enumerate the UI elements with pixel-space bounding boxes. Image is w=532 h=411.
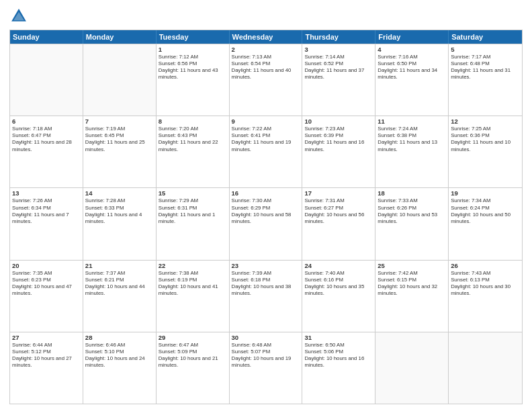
day-detail: Sunrise: 7:34 AMSunset: 6:24 PMDaylight:… — [451, 197, 520, 225]
cal-header-day: Monday — [83, 30, 157, 44]
day-detail: Sunrise: 7:26 AMSunset: 6:34 PMDaylight:… — [12, 197, 81, 225]
calendar-row: 20Sunrise: 7:35 AMSunset: 6:23 PMDayligh… — [10, 260, 522, 332]
day-number: 3 — [304, 46, 373, 53]
calendar-cell: 15Sunrise: 7:29 AMSunset: 6:31 PMDayligh… — [157, 188, 230, 259]
day-detail: Sunrise: 7:17 AMSunset: 6:48 PMDaylight:… — [451, 54, 520, 81]
calendar-cell: 9Sunrise: 7:22 AMSunset: 6:41 PMDaylight… — [230, 116, 303, 187]
logo — [9, 7, 30, 26]
day-detail: Sunrise: 7:28 AMSunset: 6:33 PMDaylight:… — [85, 197, 154, 225]
calendar-cell: 17Sunrise: 7:31 AMSunset: 6:27 PMDayligh… — [302, 188, 375, 259]
day-number: 18 — [378, 189, 446, 197]
calendar-row: 6Sunrise: 7:18 AMSunset: 6:47 PMDaylight… — [10, 116, 522, 187]
day-number: 9 — [232, 118, 300, 125]
calendar-cell: 27Sunrise: 6:44 AMSunset: 5:12 PMDayligh… — [10, 332, 83, 404]
calendar-cell: 8Sunrise: 7:20 AMSunset: 6:43 PMDaylight… — [157, 116, 230, 187]
day-number: 16 — [232, 189, 300, 197]
calendar-cell: 5Sunrise: 7:17 AMSunset: 6:48 PMDaylight… — [449, 44, 522, 116]
day-detail: Sunrise: 7:16 AMSunset: 6:50 PMDaylight:… — [378, 54, 446, 81]
calendar-cell: 14Sunrise: 7:28 AMSunset: 6:33 PMDayligh… — [83, 188, 157, 259]
day-detail: Sunrise: 7:19 AMSunset: 6:45 PMDaylight:… — [85, 126, 154, 153]
cal-header-day: Sunday — [10, 30, 83, 44]
calendar-body: 1Sunrise: 7:12 AMSunset: 6:56 PMDaylight… — [10, 44, 522, 404]
calendar-cell — [375, 332, 449, 404]
cal-header-day: Tuesday — [157, 30, 230, 44]
day-detail: Sunrise: 7:12 AMSunset: 6:56 PMDaylight:… — [159, 54, 227, 81]
day-detail: Sunrise: 6:48 AMSunset: 5:07 PMDaylight:… — [232, 342, 300, 369]
day-detail: Sunrise: 7:37 AMSunset: 6:21 PMDaylight:… — [85, 270, 154, 298]
day-number: 30 — [232, 334, 300, 341]
day-detail: Sunrise: 7:38 AMSunset: 6:19 PMDaylight:… — [159, 270, 227, 298]
calendar-cell: 23Sunrise: 7:39 AMSunset: 6:18 PMDayligh… — [230, 261, 303, 332]
day-detail: Sunrise: 7:31 AMSunset: 6:27 PMDaylight:… — [304, 197, 373, 225]
calendar-cell: 26Sunrise: 7:43 AMSunset: 6:13 PMDayligh… — [449, 261, 522, 332]
calendar-cell — [83, 44, 157, 116]
day-number: 6 — [12, 118, 81, 125]
calendar-cell: 1Sunrise: 7:12 AMSunset: 6:56 PMDaylight… — [157, 44, 230, 116]
day-number: 10 — [304, 118, 373, 125]
day-number: 23 — [232, 262, 300, 269]
day-detail: Sunrise: 7:24 AMSunset: 6:38 PMDaylight:… — [378, 126, 446, 153]
cal-header-day: Saturday — [449, 30, 522, 44]
day-detail: Sunrise: 7:14 AMSunset: 6:52 PMDaylight:… — [304, 54, 373, 81]
day-detail: Sunrise: 7:43 AMSunset: 6:13 PMDaylight:… — [451, 270, 520, 298]
calendar-cell: 30Sunrise: 6:48 AMSunset: 5:07 PMDayligh… — [230, 332, 303, 404]
calendar: SundayMondayTuesdayWednesdayThursdayFrid… — [9, 30, 523, 404]
day-number: 26 — [451, 262, 520, 269]
calendar-cell: 6Sunrise: 7:18 AMSunset: 6:47 PMDaylight… — [10, 116, 83, 187]
cal-header-day: Wednesday — [230, 30, 303, 44]
day-number: 11 — [378, 118, 446, 125]
day-detail: Sunrise: 7:30 AMSunset: 6:29 PMDaylight:… — [232, 197, 300, 225]
calendar-row: 13Sunrise: 7:26 AMSunset: 6:34 PMDayligh… — [10, 187, 522, 259]
calendar-cell: 21Sunrise: 7:37 AMSunset: 6:21 PMDayligh… — [83, 261, 157, 332]
day-number: 19 — [451, 189, 520, 197]
calendar-cell: 19Sunrise: 7:34 AMSunset: 6:24 PMDayligh… — [449, 188, 522, 259]
day-number: 12 — [451, 118, 520, 125]
day-number: 5 — [451, 46, 520, 53]
calendar-cell — [10, 44, 83, 116]
day-number: 22 — [159, 262, 227, 269]
day-number: 13 — [12, 189, 81, 197]
day-detail: Sunrise: 7:25 AMSunset: 6:36 PMDaylight:… — [451, 126, 520, 153]
day-detail: Sunrise: 7:13 AMSunset: 6:54 PMDaylight:… — [232, 54, 300, 81]
day-detail: Sunrise: 7:40 AMSunset: 6:16 PMDaylight:… — [304, 270, 373, 298]
calendar-cell: 22Sunrise: 7:38 AMSunset: 6:19 PMDayligh… — [157, 261, 230, 332]
day-detail: Sunrise: 6:47 AMSunset: 5:09 PMDaylight:… — [159, 342, 227, 369]
day-number: 7 — [85, 118, 154, 125]
day-detail: Sunrise: 6:44 AMSunset: 5:12 PMDaylight:… — [12, 342, 81, 369]
calendar-cell: 10Sunrise: 7:23 AMSunset: 6:39 PMDayligh… — [302, 116, 375, 187]
day-number: 15 — [159, 189, 227, 197]
day-detail: Sunrise: 6:46 AMSunset: 5:10 PMDaylight:… — [85, 342, 154, 369]
day-number: 1 — [159, 46, 227, 53]
calendar-cell: 16Sunrise: 7:30 AMSunset: 6:29 PMDayligh… — [230, 188, 303, 259]
day-detail: Sunrise: 7:33 AMSunset: 6:26 PMDaylight:… — [378, 197, 446, 225]
calendar-cell: 12Sunrise: 7:25 AMSunset: 6:36 PMDayligh… — [449, 116, 522, 187]
calendar-row: 1Sunrise: 7:12 AMSunset: 6:56 PMDaylight… — [10, 44, 522, 116]
day-detail: Sunrise: 7:39 AMSunset: 6:18 PMDaylight:… — [232, 270, 300, 298]
calendar-cell: 3Sunrise: 7:14 AMSunset: 6:52 PMDaylight… — [302, 44, 375, 116]
calendar-cell: 13Sunrise: 7:26 AMSunset: 6:34 PMDayligh… — [10, 188, 83, 259]
calendar-cell: 25Sunrise: 7:42 AMSunset: 6:15 PMDayligh… — [375, 261, 449, 332]
calendar-cell: 24Sunrise: 7:40 AMSunset: 6:16 PMDayligh… — [302, 261, 375, 332]
day-detail: Sunrise: 7:18 AMSunset: 6:47 PMDaylight:… — [12, 126, 81, 153]
day-number: 4 — [378, 46, 446, 53]
day-detail: Sunrise: 7:22 AMSunset: 6:41 PMDaylight:… — [232, 126, 300, 153]
cal-header-day: Friday — [375, 30, 449, 44]
day-number: 29 — [159, 334, 227, 341]
calendar-cell: 31Sunrise: 6:50 AMSunset: 5:06 PMDayligh… — [302, 332, 375, 404]
day-number: 21 — [85, 262, 154, 269]
day-number: 25 — [378, 262, 446, 269]
calendar-row: 27Sunrise: 6:44 AMSunset: 5:12 PMDayligh… — [10, 332, 522, 404]
day-detail: Sunrise: 6:50 AMSunset: 5:06 PMDaylight:… — [304, 342, 373, 369]
day-detail: Sunrise: 7:20 AMSunset: 6:43 PMDaylight:… — [159, 126, 227, 153]
calendar-cell — [449, 332, 522, 404]
calendar-cell: 7Sunrise: 7:19 AMSunset: 6:45 PMDaylight… — [83, 116, 157, 187]
calendar-cell: 28Sunrise: 6:46 AMSunset: 5:10 PMDayligh… — [83, 332, 157, 404]
calendar-cell: 11Sunrise: 7:24 AMSunset: 6:38 PMDayligh… — [375, 116, 449, 187]
day-number: 27 — [12, 334, 81, 341]
day-number: 31 — [304, 334, 373, 341]
calendar-header: SundayMondayTuesdayWednesdayThursdayFrid… — [10, 30, 522, 44]
cal-header-day: Thursday — [302, 30, 375, 44]
day-detail: Sunrise: 7:35 AMSunset: 6:23 PMDaylight:… — [12, 270, 81, 298]
calendar-cell: 29Sunrise: 6:47 AMSunset: 5:09 PMDayligh… — [157, 332, 230, 404]
header — [9, 7, 523, 26]
